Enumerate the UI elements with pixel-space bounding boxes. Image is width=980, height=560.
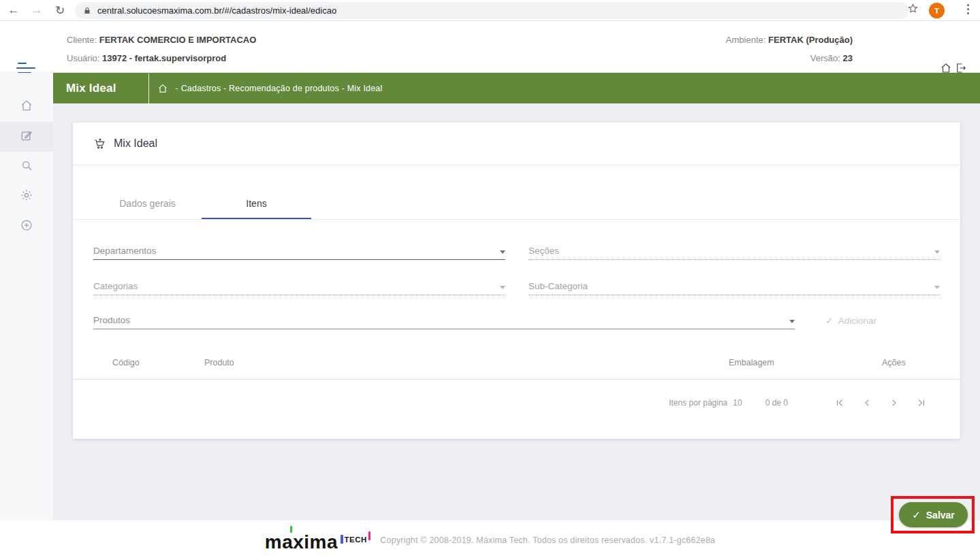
dropdown-arrow-icon bbox=[500, 286, 505, 289]
address-bar[interactable]: central.solucoesmaxima.com.br/#/cadastro… bbox=[75, 2, 909, 19]
column-acoes: Ações bbox=[882, 358, 906, 367]
breadcrumb: - Cadastros - Recomendação de produtos -… bbox=[176, 84, 383, 93]
sidebar-item-configuracoes[interactable] bbox=[0, 182, 53, 212]
bookmark-star-icon[interactable] bbox=[907, 3, 919, 14]
last-page-icon[interactable] bbox=[916, 397, 927, 408]
add-circle-icon bbox=[20, 218, 33, 235]
lock-icon bbox=[83, 6, 91, 15]
secoes-label: Seções bbox=[528, 246, 559, 256]
column-embalagem: Embalagem bbox=[729, 358, 774, 367]
home-icon bbox=[20, 99, 33, 115]
previous-page-icon[interactable] bbox=[862, 397, 872, 408]
card-title: Mix Ideal bbox=[114, 137, 157, 150]
tab-itens[interactable]: Itens bbox=[202, 165, 311, 220]
environment-info: Ambiente: FERTAK (Produção) Versão: 23 bbox=[726, 31, 853, 67]
cart-icon bbox=[93, 137, 106, 150]
check-icon: ✓ bbox=[912, 509, 921, 521]
table-divider bbox=[73, 379, 960, 380]
page-range-label: 0 de 0 bbox=[765, 398, 788, 408]
sub-categoria-label: Sub-Categoria bbox=[528, 281, 588, 291]
paginator: Itens por página 10 0 de 0 bbox=[73, 389, 960, 416]
column-produto: Produto bbox=[204, 358, 234, 367]
version-label: Versão: bbox=[810, 53, 840, 63]
environment-value: FERTAK (Produção) bbox=[768, 35, 853, 45]
categorias-select[interactable]: Categorias bbox=[93, 277, 505, 295]
browser-forward-icon[interactable]: → bbox=[27, 1, 46, 19]
column-codigo: Código bbox=[112, 358, 140, 367]
salvar-button[interactable]: ✓ Salvar bbox=[899, 502, 968, 527]
client-user-info: Cliente: FERTAK COMERCIO E IMPORTACAO Us… bbox=[67, 31, 256, 67]
departamentos-label: Departamentos bbox=[93, 246, 156, 256]
categorias-label: Categorias bbox=[93, 281, 138, 291]
titlebar-divider bbox=[148, 73, 149, 103]
settings-icon bbox=[20, 188, 33, 205]
version-value: 23 bbox=[843, 53, 853, 63]
items-table-header: Código Produto Embalagem Ações bbox=[73, 354, 960, 374]
app-root: ← → ↻ central.solucoesmaxima.com.br/#/ca… bbox=[0, 0, 980, 560]
items-per-page-select[interactable]: 10 bbox=[733, 398, 742, 408]
browser-profile-avatar[interactable]: T bbox=[929, 3, 945, 18]
browser-refresh-icon[interactable]: ↻ bbox=[50, 1, 69, 19]
logo-subtext: TECH bbox=[345, 536, 367, 544]
sidebar-item-adicionar[interactable] bbox=[0, 212, 53, 242]
secoes-select[interactable]: Seções bbox=[528, 242, 940, 260]
dropdown-arrow-icon bbox=[934, 250, 940, 254]
dropdown-arrow-icon bbox=[934, 286, 940, 289]
environment-label: Ambiente: bbox=[726, 35, 766, 45]
salvar-label: Salvar bbox=[926, 510, 955, 521]
edit-icon bbox=[20, 129, 33, 145]
tab-dados-gerais[interactable]: Dados gerais bbox=[93, 165, 202, 220]
page-title: Mix Ideal bbox=[66, 82, 116, 95]
user-value: 13972 - fertak.supervisorprod bbox=[102, 53, 226, 63]
dropdown-arrow-icon bbox=[500, 250, 505, 254]
check-icon: ✓ bbox=[825, 315, 834, 326]
browser-toolbar: ← → ↻ central.solucoesmaxima.com.br/#/ca… bbox=[0, 0, 980, 21]
page-titlebar: Mix Ideal - Cadastros - Recomendação de … bbox=[53, 73, 980, 103]
app-header: Cliente: FERTAK COMERCIO E IMPORTACAO Us… bbox=[0, 21, 980, 73]
sidebar bbox=[0, 73, 53, 521]
client-value: FERTAK COMERCIO E IMPORTACAO bbox=[99, 35, 257, 45]
adicionar-label: Adicionar bbox=[838, 316, 876, 326]
logo-text: maxima bbox=[265, 535, 338, 550]
menu-toggle-icon[interactable] bbox=[16, 63, 35, 73]
tabs-divider bbox=[73, 219, 960, 220]
logo-blue-tick bbox=[341, 535, 343, 544]
maxima-tech-logo: maxima TECH bbox=[265, 531, 371, 550]
mix-ideal-card: Mix Ideal Dados gerais Itens Departament… bbox=[73, 122, 960, 439]
search-icon bbox=[20, 159, 33, 175]
logo-green-tick bbox=[290, 526, 293, 533]
sidebar-item-consultas[interactable] bbox=[0, 152, 53, 182]
card-header: Mix Ideal bbox=[73, 122, 960, 165]
footer: maxima TECH Copyright © 2008-2019. Máxim… bbox=[0, 521, 980, 560]
sidebar-item-home[interactable] bbox=[0, 92, 53, 122]
breadcrumb-home-icon[interactable] bbox=[157, 83, 168, 94]
sub-categoria-select[interactable]: Sub-Categoria bbox=[528, 277, 940, 295]
sidebar-item-cadastros[interactable] bbox=[0, 122, 53, 152]
adicionar-button[interactable]: ✓ Adicionar bbox=[825, 311, 876, 329]
produtos-select[interactable]: Produtos bbox=[93, 311, 795, 329]
client-label: Cliente: bbox=[67, 35, 97, 45]
dropdown-arrow-icon bbox=[789, 320, 795, 323]
departamentos-select[interactable]: Departamentos bbox=[93, 242, 505, 260]
next-page-icon[interactable] bbox=[889, 397, 900, 408]
produtos-label: Produtos bbox=[93, 315, 130, 325]
tab-label: Dados gerais bbox=[119, 198, 176, 209]
tab-label: Itens bbox=[246, 198, 266, 209]
items-per-page-label: Itens por página bbox=[669, 398, 727, 408]
copyright-text: Copyright © 2008-2019. Máxima Tech. Todo… bbox=[380, 536, 715, 545]
browser-menu-icon[interactable] bbox=[967, 4, 969, 14]
user-label: Usuário: bbox=[67, 53, 99, 63]
logo-pink-tick bbox=[368, 531, 371, 540]
url-text: central.solucoesmaxima.com.br/#/cadastro… bbox=[97, 5, 336, 16]
first-page-icon[interactable] bbox=[834, 397, 845, 408]
browser-back-icon[interactable]: ← bbox=[4, 1, 23, 19]
